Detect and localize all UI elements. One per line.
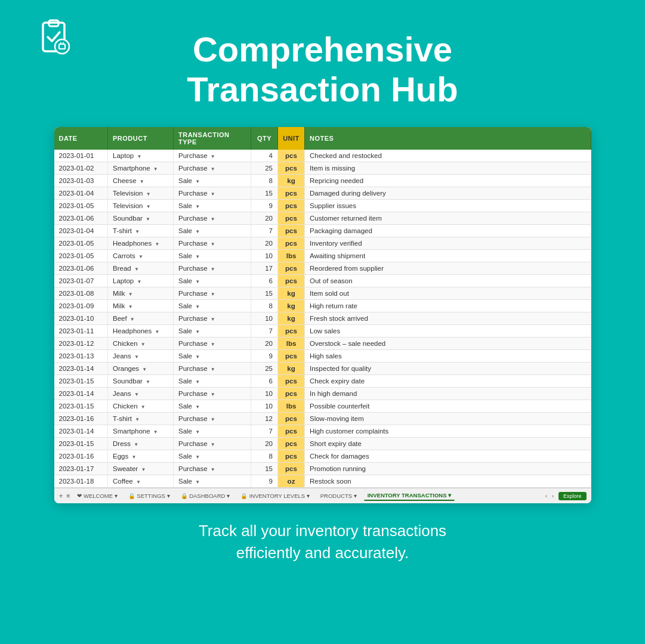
cell-notes: Check expiry date bbox=[305, 375, 591, 388]
table-row: 2023-01-16 Eggs ▼ Sale ▼ 8 pcs Check for… bbox=[54, 450, 591, 463]
type-dropdown-arrow[interactable]: ▼ bbox=[211, 392, 215, 397]
cell-qty: 12 bbox=[251, 413, 278, 425]
type-dropdown-arrow[interactable]: ▼ bbox=[211, 191, 215, 197]
tab-dashboard[interactable]: 🔒 DASHBOARD ▾ bbox=[177, 491, 233, 500]
type-dropdown-arrow[interactable]: ▼ bbox=[195, 304, 200, 309]
cell-unit: kg bbox=[278, 300, 305, 312]
cell-unit: kg bbox=[278, 363, 305, 375]
tab-inventory-transactions[interactable]: INVENTORY TRANSACTIONS ▾ bbox=[364, 491, 455, 501]
type-dropdown-arrow[interactable]: ▼ bbox=[211, 417, 215, 422]
product-dropdown-arrow[interactable]: ▼ bbox=[153, 166, 158, 172]
product-dropdown-arrow[interactable]: ▼ bbox=[140, 179, 144, 184]
type-dropdown-arrow[interactable]: ▼ bbox=[195, 179, 200, 184]
type-dropdown-arrow[interactable]: ▼ bbox=[195, 229, 200, 234]
type-dropdown-arrow[interactable]: ▼ bbox=[211, 166, 215, 172]
product-dropdown-arrow[interactable]: ▼ bbox=[134, 267, 139, 272]
product-dropdown-arrow[interactable]: ▼ bbox=[134, 392, 139, 397]
cell-unit: pcs bbox=[278, 262, 305, 275]
type-dropdown-arrow[interactable]: ▼ bbox=[195, 454, 200, 460]
type-dropdown-arrow[interactable]: ▼ bbox=[211, 267, 215, 272]
type-dropdown-arrow[interactable]: ▼ bbox=[211, 317, 215, 322]
product-dropdown-arrow[interactable]: ▼ bbox=[138, 254, 143, 259]
product-dropdown-arrow[interactable]: ▼ bbox=[153, 429, 158, 435]
product-dropdown-arrow[interactable]: ▼ bbox=[134, 354, 139, 360]
type-dropdown-arrow[interactable]: ▼ bbox=[211, 242, 215, 247]
type-dropdown-arrow[interactable]: ▼ bbox=[195, 404, 200, 410]
header-section: Comprehensive Transaction Hub bbox=[0, 0, 645, 109]
cell-type: Purchase ▼ bbox=[174, 463, 251, 475]
tab-settings[interactable]: 🔒 SETTINGS ▾ bbox=[125, 491, 174, 500]
cell-notes: Inspected for quality bbox=[305, 363, 591, 375]
cell-type: Purchase ▼ bbox=[174, 363, 251, 375]
product-dropdown-arrow[interactable]: ▼ bbox=[130, 317, 135, 322]
product-dropdown-arrow[interactable]: ▼ bbox=[141, 404, 146, 410]
product-dropdown-arrow[interactable]: ▼ bbox=[141, 467, 146, 472]
tab-inventory-levels[interactable]: 🔒 INVENTORY LEVELS ▾ bbox=[237, 491, 313, 500]
product-dropdown-arrow[interactable]: ▼ bbox=[131, 454, 136, 460]
product-dropdown-arrow[interactable]: ▼ bbox=[141, 342, 146, 347]
type-dropdown-arrow[interactable]: ▼ bbox=[211, 292, 215, 297]
product-dropdown-arrow[interactable]: ▼ bbox=[155, 329, 159, 335]
type-dropdown-arrow[interactable]: ▼ bbox=[195, 279, 200, 284]
cell-date: 2023-01-01 bbox=[54, 150, 108, 162]
type-dropdown-arrow[interactable]: ▼ bbox=[211, 216, 215, 222]
cell-type: Purchase ▼ bbox=[174, 237, 251, 250]
product-dropdown-arrow[interactable]: ▼ bbox=[135, 417, 140, 422]
cell-notes: Item sold out bbox=[305, 287, 591, 300]
product-dropdown-arrow[interactable]: ▼ bbox=[155, 242, 159, 247]
cell-date: 2023-01-05 bbox=[54, 200, 108, 212]
cell-type: Purchase ▼ bbox=[174, 262, 251, 275]
product-dropdown-arrow[interactable]: ▼ bbox=[136, 479, 141, 485]
tab-menu-icon[interactable]: ≡ bbox=[67, 493, 70, 499]
cell-product: T-shirt ▼ bbox=[108, 413, 174, 425]
explore-button[interactable]: Explore bbox=[558, 492, 587, 500]
product-dropdown-arrow[interactable]: ▼ bbox=[128, 292, 133, 297]
cell-unit: pcs bbox=[278, 325, 305, 338]
type-dropdown-arrow[interactable]: ▼ bbox=[195, 479, 200, 485]
product-dropdown-arrow[interactable]: ▼ bbox=[142, 367, 147, 372]
col-header-type: TRANSACTION TYPE bbox=[174, 127, 251, 150]
nav-prev[interactable]: ‹ bbox=[545, 493, 547, 499]
cell-unit: kg bbox=[278, 312, 305, 325]
cell-qty: 15 bbox=[251, 187, 278, 200]
product-dropdown-arrow[interactable]: ▼ bbox=[135, 229, 140, 234]
col-header-qty: QTY bbox=[251, 127, 278, 150]
product-dropdown-arrow[interactable]: ▼ bbox=[146, 204, 151, 209]
tab-add-button[interactable]: + bbox=[59, 492, 63, 500]
type-dropdown-arrow[interactable]: ▼ bbox=[195, 254, 200, 259]
type-dropdown-arrow[interactable]: ▼ bbox=[195, 204, 200, 209]
cell-type: Sale ▼ bbox=[174, 250, 251, 262]
table-row: 2023-01-05 Carrots ▼ Sale ▼ 10 lbs Await… bbox=[54, 250, 591, 262]
table-row: 2023-01-14 Smartphone ▼ Sale ▼ 7 pcs Hig… bbox=[54, 425, 591, 438]
type-dropdown-arrow[interactable]: ▼ bbox=[211, 442, 215, 447]
cell-date: 2023-01-02 bbox=[54, 162, 108, 175]
cell-type: Sale ▼ bbox=[174, 450, 251, 463]
cell-notes: Customer returned item bbox=[305, 212, 591, 225]
table-row: 2023-01-06 Soundbar ▼ Purchase ▼ 20 pcs … bbox=[54, 212, 591, 225]
cell-notes: Supplier issues bbox=[305, 200, 591, 212]
product-dropdown-arrow[interactable]: ▼ bbox=[146, 216, 150, 222]
tab-welcome[interactable]: ❤ WELCOME ▾ bbox=[73, 491, 121, 500]
type-dropdown-arrow[interactable]: ▼ bbox=[211, 342, 215, 347]
type-dropdown-arrow[interactable]: ▼ bbox=[195, 354, 200, 360]
type-dropdown-arrow[interactable]: ▼ bbox=[211, 467, 215, 472]
type-dropdown-arrow[interactable]: ▼ bbox=[195, 429, 200, 435]
product-dropdown-arrow[interactable]: ▼ bbox=[128, 304, 133, 309]
cell-type: Purchase ▼ bbox=[174, 162, 251, 175]
cell-unit: pcs bbox=[278, 200, 305, 212]
cell-unit: pcs bbox=[278, 212, 305, 225]
cell-unit: pcs bbox=[278, 425, 305, 438]
tab-products[interactable]: PRODUCTS ▾ bbox=[317, 491, 360, 500]
product-dropdown-arrow[interactable]: ▼ bbox=[134, 442, 138, 447]
type-dropdown-arrow[interactable]: ▼ bbox=[211, 154, 215, 159]
cell-date: 2023-01-05 bbox=[54, 250, 108, 262]
product-dropdown-arrow[interactable]: ▼ bbox=[137, 154, 141, 159]
product-dropdown-arrow[interactable]: ▼ bbox=[137, 279, 141, 284]
nav-next[interactable]: › bbox=[552, 493, 554, 499]
type-dropdown-arrow[interactable]: ▼ bbox=[195, 329, 200, 335]
product-dropdown-arrow[interactable]: ▼ bbox=[146, 191, 151, 197]
product-dropdown-arrow[interactable]: ▼ bbox=[146, 379, 150, 385]
type-dropdown-arrow[interactable]: ▼ bbox=[195, 379, 200, 385]
cell-date: 2023-01-14 bbox=[54, 388, 108, 400]
type-dropdown-arrow[interactable]: ▼ bbox=[211, 367, 215, 372]
